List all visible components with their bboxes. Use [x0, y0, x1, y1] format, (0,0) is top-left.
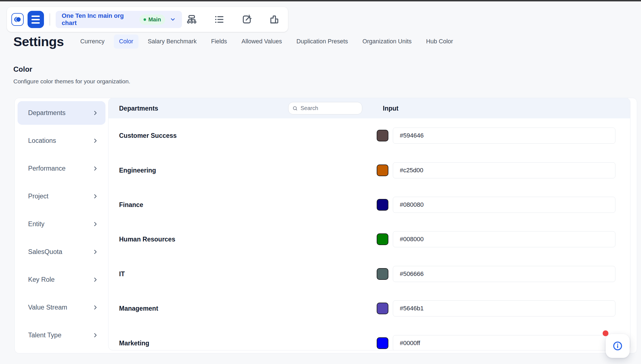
department-name: IT — [119, 270, 125, 278]
department-name: Marketing — [119, 339, 149, 347]
tab-currency[interactable]: Currency — [75, 34, 110, 49]
chevron-down-icon — [170, 16, 176, 23]
tab-fields[interactable]: Fields — [206, 34, 232, 49]
sidebar-item-label: SalesQuota — [28, 248, 62, 256]
sidebar-item-performance[interactable]: Performance — [18, 157, 105, 180]
sidebar-item-label: Performance — [28, 165, 66, 172]
department-row-marketing: Marketing — [109, 326, 630, 350]
org-chart-view-button[interactable] — [186, 14, 198, 25]
color-section-header: Color Configure color themes for your or… — [13, 65, 130, 85]
settings-header: Settings CurrencyColorSalary BenchmarkFi… — [13, 34, 458, 49]
department-name: Customer Success — [119, 132, 177, 139]
color-swatch[interactable] — [377, 303, 388, 314]
tab-allowed-values[interactable]: Allowed Values — [236, 34, 287, 49]
color-hex-input[interactable] — [393, 128, 615, 144]
department-row-management: Management — [109, 291, 630, 326]
export-icon — [241, 14, 252, 25]
color-swatch[interactable] — [377, 130, 388, 141]
list-icon — [214, 14, 225, 25]
color-swatch[interactable] — [377, 337, 388, 349]
color-hex-input[interactable] — [393, 162, 615, 178]
category-sidebar: DepartmentsLocationsPerformanceProjectEn… — [18, 101, 105, 351]
color-hex-input[interactable] — [393, 231, 615, 247]
color-hex-input[interactable] — [393, 300, 615, 316]
color-swatch[interactable] — [377, 268, 388, 280]
top-toolbar: One Ten Inc main org chart Main — [7, 7, 288, 32]
panel-title: Departments — [119, 104, 158, 112]
color-hex-input[interactable] — [393, 197, 615, 213]
sidebar-item-salesquota[interactable]: SalesQuota — [18, 240, 105, 264]
color-hex-input[interactable] — [393, 335, 615, 350]
department-row-engineering: Engineering — [109, 153, 630, 187]
page-title: Settings — [13, 34, 64, 49]
department-row-customer-success: Customer Success — [109, 118, 630, 153]
notification-dot — [603, 330, 608, 336]
search-box[interactable] — [288, 102, 362, 114]
tab-color[interactable]: Color — [114, 34, 139, 49]
sidebar-item-locations[interactable]: Locations — [18, 129, 105, 153]
color-settings-card: DepartmentsLocationsPerformanceProjectEn… — [14, 98, 637, 353]
color-hex-input[interactable] — [393, 266, 615, 282]
sidebar-item-project[interactable]: Project — [18, 185, 105, 208]
hamburger-icon — [31, 16, 40, 17]
department-row-it: IT — [109, 257, 630, 291]
sidebar-item-departments[interactable]: Departments — [18, 101, 105, 125]
org-chart-selector[interactable]: One Ten Inc main org chart Main — [56, 11, 182, 28]
sidebar-item-label: Talent Type — [28, 331, 61, 339]
departments-panel: Departments Input Customer SuccessEngine… — [108, 98, 630, 350]
settings-tabs: CurrencyColorSalary BenchmarkFieldsAllow… — [75, 34, 458, 49]
sidebar-item-label: Departments — [28, 109, 66, 117]
tab-hub-color[interactable]: Hub Color — [421, 34, 458, 49]
chevron-right-icon — [92, 305, 98, 310]
main-branch-badge: Main — [139, 14, 165, 25]
tab-organization-units[interactable]: Organization Units — [357, 34, 417, 49]
sidebar-item-label: Value Stream — [28, 304, 67, 311]
search-input[interactable] — [300, 105, 358, 111]
toolbar-divider — [50, 13, 50, 26]
section-title: Color — [13, 65, 130, 74]
section-description: Configure color themes for your organiza… — [13, 78, 130, 85]
input-column-header: Input — [383, 104, 398, 112]
sidebar-item-entity[interactable]: Entity — [18, 212, 105, 236]
chevron-right-icon — [92, 221, 98, 227]
color-swatch[interactable] — [377, 199, 388, 211]
tab-duplication-presets[interactable]: Duplication Presets — [291, 34, 353, 49]
info-icon — [613, 341, 623, 351]
main-menu-button[interactable] — [28, 11, 44, 28]
logo-icon — [13, 15, 22, 24]
panel-header: Departments Input — [109, 98, 630, 118]
analytics-button[interactable] — [268, 14, 280, 25]
color-swatch[interactable] — [377, 233, 388, 245]
department-color-rows: Customer SuccessEngineeringFinanceHuman … — [109, 118, 630, 350]
chevron-right-icon — [92, 138, 98, 144]
department-row-human-resources: Human Resources — [109, 222, 630, 256]
org-chart-name: One Ten Inc main org chart — [62, 12, 135, 27]
sidebar-item-label: Locations — [28, 137, 56, 144]
department-name: Human Resources — [119, 236, 175, 243]
toolbar-icon-group — [186, 14, 280, 25]
sidebar-item-talent-type[interactable]: Talent Type — [18, 323, 105, 347]
list-view-button[interactable] — [213, 14, 225, 25]
tab-salary-benchmark[interactable]: Salary Benchmark — [142, 34, 202, 49]
bar-chart-icon — [269, 14, 280, 25]
chevron-right-icon — [92, 277, 98, 283]
chevron-right-icon — [92, 332, 98, 338]
color-swatch[interactable] — [377, 164, 388, 176]
department-name: Engineering — [119, 166, 156, 174]
org-chart-icon — [186, 14, 197, 25]
green-dot-icon — [144, 18, 146, 21]
sidebar-item-value-stream[interactable]: Value Stream — [18, 296, 105, 319]
export-button[interactable] — [241, 14, 253, 25]
sidebar-item-label: Key Role — [28, 276, 55, 283]
chevron-right-icon — [92, 110, 98, 116]
app-logo[interactable] — [11, 13, 24, 26]
chevron-right-icon — [92, 166, 98, 171]
chevron-right-icon — [92, 193, 98, 199]
info-button[interactable] — [606, 334, 630, 358]
search-icon — [292, 105, 298, 111]
sidebar-item-key-role[interactable]: Key Role — [18, 268, 105, 291]
department-name: Finance — [119, 201, 143, 208]
chevron-right-icon — [92, 249, 98, 255]
sidebar-item-label: Project — [28, 193, 48, 200]
sidebar-item-label: Entity — [28, 220, 45, 228]
